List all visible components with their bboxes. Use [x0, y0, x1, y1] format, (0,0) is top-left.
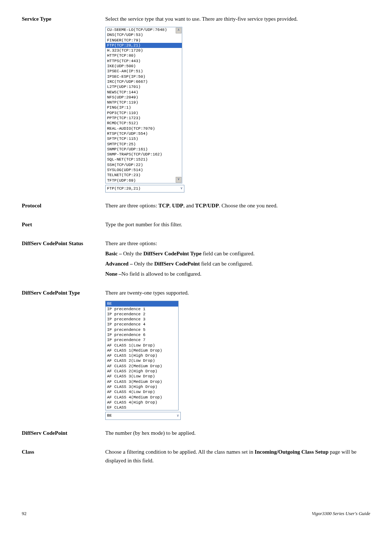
- list-item[interactable]: SSH(TCP/UDP:22): [106, 162, 182, 167]
- desc-service-type-text: Select the service type that you want to…: [105, 15, 370, 23]
- list-item[interactable]: AF CLASS 2(High Drop): [106, 369, 178, 374]
- chevron-down-icon: ∨: [180, 186, 183, 191]
- desc-dscp: The number (by hex mode) to be applied.: [105, 429, 370, 439]
- list-item[interactable]: AF CLASS 3(Low Drop): [106, 374, 178, 379]
- list-item[interactable]: NFS(UDP:2049): [106, 95, 182, 100]
- list-item[interactable]: SFTP(TCP:115): [106, 136, 182, 141]
- service-type-dropdown-value: FTP(TCP:20,21): [107, 186, 140, 192]
- list-item[interactable]: AF CLASS 3(Medium Drop): [106, 379, 178, 384]
- label-protocol: Protocol: [22, 201, 105, 210]
- service-type-listbox[interactable]: ∧ ∨ CU-SEEME-LO(TCP/UDP:7648)DNS(TCP/UDP…: [105, 27, 182, 183]
- dscp-adv-t1: Only the: [134, 261, 154, 267]
- list-item[interactable]: AF CLASS 1(Medium Drop): [106, 348, 178, 353]
- service-type-dropdown[interactable]: FTP(TCP:20,21) ∨: [105, 185, 184, 193]
- list-item[interactable]: EF CLASS: [106, 405, 178, 410]
- protocol-tcp: TCP: [159, 203, 170, 208]
- label-service-type: Service Type: [22, 15, 105, 23]
- list-item[interactable]: NNTP(TCP:119): [106, 100, 182, 105]
- list-item[interactable]: IP precendence 2: [106, 312, 178, 317]
- protocol-text-post: . Choose the one you need.: [219, 203, 278, 208]
- scroll-up-icon[interactable]: ∧: [176, 28, 181, 33]
- list-item[interactable]: PING(IP:1): [106, 105, 182, 110]
- list-item[interactable]: HTTPS(TCP:443): [106, 58, 182, 64]
- list-item[interactable]: TFTP(UDP:69): [106, 178, 182, 183]
- list-item[interactable]: AF CLASS 4(Medium Drop): [106, 395, 178, 400]
- label-dscp-status: DiffServ CodePoint Status: [22, 239, 105, 248]
- protocol-udp: UDP: [172, 203, 183, 208]
- dscp-type-listbox[interactable]: BEIP precendence 1IP precendence 2IP pre…: [105, 301, 179, 410]
- dscp-basic-t2: field can be configured.: [201, 251, 254, 256]
- dscp-type-dropdown-value: BE: [107, 413, 112, 419]
- list-item[interactable]: PPTP(TCP:1723): [106, 116, 182, 121]
- dscp-adv-t2: field can be configured.: [200, 261, 253, 267]
- chevron-down-icon: ∨: [177, 413, 179, 419]
- list-item[interactable]: AF CLASS 3(High Drop): [106, 384, 178, 389]
- dscp-type-dropdown[interactable]: BE ∨: [105, 412, 181, 420]
- list-item[interactable]: BE: [106, 301, 178, 306]
- desc-protocol: There are three options: TCP, UDP, and T…: [105, 201, 370, 211]
- list-item[interactable]: AF CLASS 2(Medium Drop): [106, 364, 178, 369]
- list-item[interactable]: SNMP-TRAPS(TCP/UDP:162): [106, 152, 182, 157]
- row-class: Class Choose a filtering condition to be…: [22, 447, 370, 466]
- list-item[interactable]: IKE(UDP:500): [106, 64, 182, 69]
- list-item[interactable]: SNMP(TCP/UDP:161): [106, 147, 182, 152]
- list-item[interactable]: RTSP(TCP/UDP:554): [106, 131, 182, 136]
- list-item[interactable]: FTP(TCP:20,21): [106, 43, 182, 48]
- list-item[interactable]: L2TP(UDP:1701): [106, 84, 182, 89]
- scroll-down-icon[interactable]: ∨: [176, 177, 181, 183]
- label-class: Class: [22, 447, 105, 456]
- list-item[interactable]: IP precendence 6: [106, 332, 178, 337]
- row-service-type: Service Type Select the service type tha…: [22, 15, 370, 193]
- desc-port: Type the port number for this filter.: [105, 220, 370, 230]
- list-item[interactable]: TELNET(TCP:23): [106, 173, 182, 178]
- class-t1: Choose a filtering condition to be appli…: [105, 449, 255, 455]
- guide-title: Vigor3300 Series User's Guide: [312, 510, 370, 518]
- list-item[interactable]: NEWS(TCP:144): [106, 90, 182, 95]
- class-b: Incoming/Outgoing Class Setup: [255, 449, 328, 455]
- list-item[interactable]: IP precendence 1: [106, 307, 178, 312]
- list-item[interactable]: AF CLASS 4(Low Drop): [106, 389, 178, 394]
- dscp-basic-b2: DiffServ CodePoint Type: [143, 251, 201, 256]
- list-item[interactable]: DNS(TCP/UDP:53): [106, 32, 182, 37]
- dscp-text: The number (by hex mode) to be applied.: [105, 429, 370, 437]
- list-item[interactable]: IP precendence 7: [106, 337, 178, 343]
- protocol-sep1: ,: [170, 203, 172, 208]
- list-item[interactable]: RCMD(TCP:512): [106, 121, 182, 126]
- list-item[interactable]: H.323(TCP:1720): [106, 48, 182, 53]
- page-number: 92: [22, 510, 26, 518]
- port-text: Type the port number for this filter.: [105, 220, 370, 229]
- list-item[interactable]: FINGER(TCP:79): [106, 38, 182, 43]
- dscp-basic-b: Basic –: [105, 251, 123, 256]
- list-item[interactable]: IRC(TCP/UDP:6667): [106, 79, 182, 84]
- list-item[interactable]: AF CLASS 1(High Drop): [106, 353, 178, 358]
- dscp-type-text: There are twenty-one types supported.: [105, 288, 370, 297]
- protocol-text-pre: There are three options:: [105, 203, 159, 208]
- label-port: Port: [22, 220, 105, 229]
- row-dscp: DiffServ CodePoint The number (by hex mo…: [22, 429, 370, 439]
- list-item[interactable]: AF CLASS 4(High Drop): [106, 400, 178, 405]
- dscp-adv-b2: DiffServ CodePoint: [154, 261, 200, 267]
- list-item[interactable]: AF CLASS 2(Low Drop): [106, 358, 178, 363]
- list-item[interactable]: REAL-AUDIO(TCP:7070): [106, 126, 182, 131]
- label-dscp: DiffServ CodePoint: [22, 429, 105, 437]
- desc-dscp-status: There are three options: Basic – Only th…: [105, 239, 370, 280]
- list-item[interactable]: IPSEC-ESP(IP:50): [106, 74, 182, 79]
- list-item[interactable]: IPSEC-AH(IP:51): [106, 69, 182, 74]
- list-item[interactable]: AF CLASS 1(Low Drop): [106, 343, 178, 348]
- page-footer: 92 Vigor3300 Series User's Guide: [22, 510, 370, 518]
- list-item[interactable]: SMTP(TCP:25): [106, 142, 182, 147]
- list-item[interactable]: IP precendence 4: [106, 322, 178, 327]
- list-item[interactable]: SYSLOG(UDP:514): [106, 167, 182, 173]
- dscp-status-line1: There are three options:: [105, 239, 370, 248]
- list-item[interactable]: CU-SEEME-LO(TCP/UDP:7648): [106, 27, 182, 32]
- list-item[interactable]: IP precendence 3: [106, 317, 178, 322]
- list-item[interactable]: SQL-NET(TCP:1521): [106, 157, 182, 162]
- row-dscp-type: DiffServ CodePoint Type There are twenty…: [22, 288, 370, 420]
- desc-class: Choose a filtering condition to be appli…: [105, 447, 370, 466]
- row-protocol: Protocol There are three options: TCP, U…: [22, 201, 370, 211]
- list-item[interactable]: IP precendence 5: [106, 327, 178, 332]
- label-dscp-type: DiffServ CodePoint Type: [22, 288, 105, 297]
- list-item[interactable]: POP3(TCP:110): [106, 110, 182, 116]
- row-dscp-status: DiffServ CodePoint Status There are thre…: [22, 239, 370, 280]
- list-item[interactable]: HTTP(TCP:80): [106, 53, 182, 58]
